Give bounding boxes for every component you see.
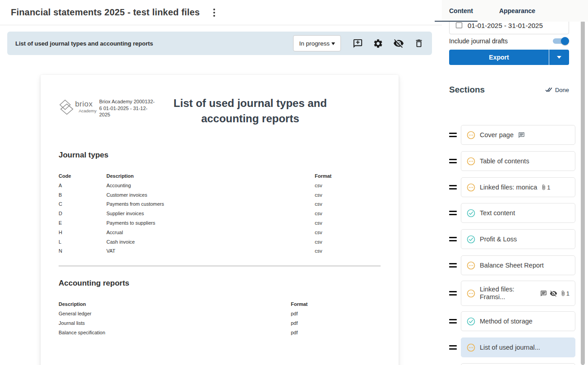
- export-split-button: Export: [449, 50, 569, 65]
- briox-logo-text: briox Academy: [75, 101, 96, 114]
- journal-types-header-row: Code Description Format: [59, 171, 381, 181]
- company-info-block: briox Academy Briox Academy 2000132-6 01…: [59, 98, 156, 118]
- section-item-linked-files-framsi[interactable]: Linked files: Framsi... 1: [461, 281, 575, 306]
- app-header: Financial statements 2025 - test linked …: [0, 0, 442, 25]
- toolbar-section-title: List of used journal types and accountin…: [15, 40, 153, 47]
- section-label: Profit & Loss: [480, 236, 517, 243]
- document-title: List of used journal types and accountin…: [150, 96, 350, 126]
- drag-handle-icon[interactable]: [449, 133, 457, 137]
- status-done-icon: [467, 209, 475, 217]
- drag-handle-icon[interactable]: [449, 263, 457, 267]
- accounting-reports-table: General ledgerpdf Journal listspdf Balan…: [59, 309, 381, 337]
- paperclip-icon: [560, 290, 566, 296]
- status-pending-icon: [467, 261, 475, 270]
- comment-icon: [518, 132, 525, 139]
- attachment-count: 1: [560, 290, 570, 297]
- export-button[interactable]: Export: [449, 50, 549, 65]
- export-options-button[interactable]: [549, 50, 569, 65]
- drag-handle-icon[interactable]: [449, 345, 457, 349]
- status-done-icon: [467, 317, 475, 326]
- document-preview: briox Academy Briox Academy 2000132-6 01…: [41, 75, 399, 365]
- include-drafts-row: Include journal drafts: [449, 37, 569, 45]
- settings-gear-icon[interactable]: [373, 38, 383, 49]
- briox-logo-mark: [59, 98, 75, 116]
- status-pending-icon: [467, 131, 475, 139]
- section-item-balance-sheet-report[interactable]: Balance Sheet Report: [461, 255, 575, 275]
- status-dropdown[interactable]: In progress: [293, 35, 341, 51]
- delete-trash-icon[interactable]: [414, 38, 424, 48]
- drag-handle-icon[interactable]: [449, 319, 457, 323]
- drag-handle-icon[interactable]: [449, 185, 457, 189]
- section-label: Balance Sheet Report: [480, 262, 544, 269]
- add-comment-icon[interactable]: [353, 38, 363, 49]
- journal-types-table: AAccountingcsv BCustomer invoicescsv CPa…: [59, 181, 381, 256]
- briox-logo: briox Academy: [59, 98, 96, 119]
- status-pending-icon: [467, 289, 475, 298]
- drag-handle-icon[interactable]: [449, 159, 457, 163]
- tab-content[interactable]: Content: [442, 0, 480, 22]
- drag-handle-icon[interactable]: [449, 211, 457, 215]
- status-pending-icon: [467, 183, 475, 192]
- section-label: List of used journal...: [480, 344, 540, 351]
- section-toolbar: List of used journal types and accountin…: [7, 32, 432, 55]
- date-range-input[interactable]: 01-01-2025 - 31-01-2025: [449, 22, 569, 34]
- status-pending-icon: [467, 343, 475, 352]
- section-item-notes-to-financial[interactable]: Notes to the Financi...: [461, 363, 575, 365]
- sidebar-tabs: Content Appearance: [442, 0, 588, 22]
- double-check-icon: [545, 87, 553, 92]
- attachment-count: 1: [541, 184, 550, 191]
- calendar-icon: [455, 22, 463, 29]
- eye-off-icon: [550, 290, 557, 297]
- status-pending-icon: [467, 157, 475, 166]
- status-done-icon: [467, 235, 475, 244]
- kebab-menu-icon[interactable]: [211, 7, 217, 18]
- date-range-value: 01-01-2025 - 31-01-2025: [468, 22, 543, 29]
- section-item-cover-page[interactable]: Cover page: [461, 125, 575, 145]
- drag-handle-icon[interactable]: [449, 291, 457, 295]
- section-label: Linked files: monica: [480, 184, 537, 191]
- done-filter-button[interactable]: Done: [545, 87, 569, 93]
- sections-heading: Sections: [449, 85, 485, 95]
- section-item-linked-files-monica[interactable]: Linked files: monica 1: [461, 177, 575, 197]
- section-item-list-of-used-journal[interactable]: List of used journal...: [461, 337, 575, 357]
- tab-appearance[interactable]: Appearance: [492, 0, 542, 22]
- section-item-text-content[interactable]: Text content: [461, 203, 575, 223]
- section-item-method-of-storage[interactable]: Method of storage: [461, 311, 575, 331]
- journal-types-heading: Journal types: [59, 151, 381, 160]
- company-info-text: Briox Academy 2000132-6 01-01-2025 - 31-…: [99, 99, 155, 117]
- section-label: Cover page: [480, 131, 514, 139]
- sidebar-scrollbar[interactable]: [581, 20, 585, 365]
- section-divider: [59, 266, 381, 266]
- accounting-reports-heading: Accounting reports: [59, 279, 381, 288]
- page-title: Financial statements 2025 - test linked …: [11, 7, 200, 18]
- done-label: Done: [555, 87, 569, 93]
- sidebar-scroll-area: 01-01-2025 - 31-01-2025 Include journal …: [442, 22, 588, 365]
- drag-handle-icon[interactable]: [449, 237, 457, 241]
- section-item-table-of-contents[interactable]: Table of contents: [461, 151, 575, 171]
- main-area: Financial statements 2025 - test linked …: [0, 0, 442, 365]
- section-label: Table of contents: [480, 157, 529, 165]
- section-label: Method of storage: [480, 318, 533, 325]
- include-drafts-toggle[interactable]: [552, 37, 569, 45]
- comment-icon: [540, 290, 547, 297]
- status-dropdown-label: In progress: [299, 40, 330, 47]
- accounting-reports-header-row: Description Format: [59, 300, 381, 309]
- chevron-down-icon: [331, 42, 335, 45]
- chevron-down-icon: [557, 56, 561, 59]
- right-sidebar: Content Appearance 01-01-2025 - 31-01-20…: [442, 0, 588, 365]
- include-drafts-label: Include journal drafts: [449, 37, 508, 45]
- hide-eye-off-icon[interactable]: [393, 38, 404, 49]
- paperclip-icon: [541, 184, 547, 190]
- section-label: Text content: [480, 209, 515, 217]
- section-item-profit-loss[interactable]: Profit & Loss: [461, 229, 575, 249]
- section-label: Linked files: Framsi...: [480, 286, 514, 301]
